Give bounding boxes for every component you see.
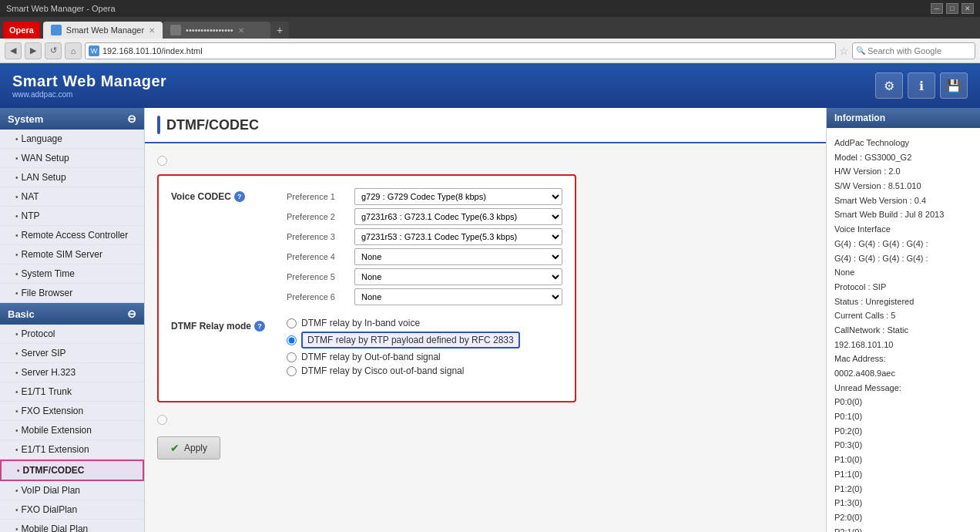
pref-row-6: Preference 6 None g729 : G729 Codec Type… — [287, 288, 562, 305]
dtmf-option-outofband[interactable]: DTMF relay by Out-of-band signal — [287, 352, 520, 362]
bullet: • — [15, 446, 18, 454]
sidebar-item-lan-setup[interactable]: • LAN Setup — [0, 168, 144, 187]
bullet: • — [15, 270, 18, 278]
sidebar-item-voip-dial-plan[interactable]: • VoIP Dial Plan — [0, 481, 144, 500]
back-button[interactable]: ◀ — [5, 42, 22, 59]
dtmf-radio-outofband[interactable] — [287, 352, 297, 362]
address-icon: W — [89, 45, 99, 56]
address-bar-container: W — [85, 42, 836, 59]
tab2-close-button[interactable]: ✕ — [238, 26, 244, 35]
sidebar-item-remote-access[interactable]: • Remote Access Controller — [0, 226, 144, 245]
info-sw-version: S/W Version : 8.51.010 — [834, 179, 972, 194]
tab-smart-web-manager[interactable]: Smart Web Manager ✕ — [43, 22, 163, 39]
sidebar-item-file-browser[interactable]: • File Browser — [0, 284, 144, 303]
settings-icon[interactable]: ⚙ — [875, 72, 903, 99]
sidebar-item-nat[interactable]: • NAT — [0, 187, 144, 207]
sidebar-item-e1t1-extension[interactable]: • E1/T1 Extension — [0, 440, 144, 460]
sidebar-item-label: Language — [22, 133, 62, 144]
pref-select-1[interactable]: g729 : G729 Codec Type(8 kbps) g7231r63 … — [354, 188, 562, 205]
form-content: Voice CODEC ? Preference 1 g729 : G729 C… — [145, 143, 826, 472]
dtmf-option-cisco[interactable]: DTMF relay by Cisco out-of-band signal — [287, 365, 520, 376]
sidebar-item-label: Server H.323 — [22, 367, 76, 378]
dtmf-radio-cisco[interactable] — [287, 366, 297, 376]
info-company: AddPac Technology — [834, 136, 972, 150]
tab-2[interactable]: •••••••••••••••• ✕ — [163, 22, 270, 39]
bookmark-button[interactable]: ☆ — [839, 45, 849, 57]
sidebar-item-fxo-extension[interactable]: • FXO Extension — [0, 402, 144, 421]
search-input[interactable] — [868, 46, 974, 56]
bullet: • — [15, 388, 18, 396]
info-protocol: Protocol : SIP — [834, 280, 972, 295]
info-icon[interactable]: ℹ — [908, 72, 935, 99]
info-content: AddPac Technology Model : GS3000_G2 H/W … — [827, 128, 980, 532]
sidebar-item-e1t1-trunk[interactable]: • E1/T1 Trunk — [0, 382, 144, 402]
window-controls[interactable]: ─ □ ✕ — [931, 3, 974, 14]
reload-button[interactable]: ↺ — [45, 42, 62, 59]
dtmf-option-inband[interactable]: DTMF relay by In-band voice — [287, 318, 520, 328]
sidebar-item-label: Mobile Dial Plan — [22, 524, 89, 532]
sidebar-item-server-h323[interactable]: • Server H.323 — [0, 363, 144, 382]
bullet: • — [15, 135, 18, 143]
sidebar-item-mobile-extension[interactable]: • Mobile Extension — [0, 421, 144, 440]
sidebar-item-fxo-dialplan[interactable]: • FXO DialPlan — [0, 500, 144, 520]
sidebar-item-label: E1/T1 Extension — [22, 444, 89, 455]
pref-row-2: Preference 2 g729 : G729 Codec Type(8 kb… — [287, 208, 562, 225]
sidebar-item-server-sip[interactable]: • Server SIP — [0, 344, 144, 363]
pref-row-3: Preference 3 g729 : G729 Codec Type(8 kb… — [287, 228, 562, 245]
sidebar-item-ntp[interactable]: • NTP — [0, 207, 144, 226]
sidebar: System ⊖ • Language • WAN Setup • LAN Se… — [0, 108, 145, 532]
pref-select-6[interactable]: None g729 : G729 Codec Type(8 kbps) — [354, 288, 562, 305]
info-vi-g4-1: G(4) : G(4) : G(4) : G(4) : — [834, 237, 972, 251]
info-p0-2: P0:2(0) — [834, 424, 972, 439]
sidebar-system-label: System — [8, 113, 43, 125]
sidebar-basic-toggle[interactable]: ⊖ — [127, 308, 136, 320]
home-button[interactable]: ⌂ — [65, 42, 82, 59]
pref-row-1: Preference 1 g729 : G729 Codec Type(8 kb… — [287, 188, 562, 205]
header-icons: ⚙ ℹ 💾 — [875, 72, 968, 99]
info-mac-label: Mac Address: — [834, 352, 972, 366]
minimize-button[interactable]: ─ — [931, 3, 943, 14]
address-input[interactable] — [102, 46, 832, 56]
sidebar-system-header[interactable]: System ⊖ — [0, 108, 144, 130]
tab-close-button[interactable]: ✕ — [149, 26, 155, 35]
nav-bar: ◀ ▶ ↺ ⌂ W ☆ 🔍 — [0, 39, 980, 63]
search-bar-container: 🔍 — [852, 42, 975, 59]
page-title: DTMF/CODEC — [166, 117, 259, 133]
opera-tab[interactable]: Opera — [3, 22, 40, 39]
voice-codec-label-text: Voice CODEC — [171, 191, 231, 202]
dtmf-option-outofband-label: DTMF relay by Out-of-band signal — [301, 352, 441, 362]
dtmf-option-rtp[interactable]: DTMF relay by RTP payload defined by RFC… — [287, 332, 520, 348]
sidebar-item-language[interactable]: • Language — [0, 130, 144, 149]
close-button[interactable]: ✕ — [962, 3, 974, 14]
sidebar-system-toggle[interactable]: ⊖ — [127, 113, 136, 125]
dtmf-radio-rtp[interactable] — [287, 335, 297, 345]
dtmf-option-inband-label: DTMF relay by In-band voice — [301, 318, 420, 328]
bullet: • — [15, 251, 18, 259]
pref-select-3[interactable]: g729 : G729 Codec Type(8 kbps) g7231r63 … — [354, 228, 562, 245]
save-icon[interactable]: 💾 — [940, 72, 968, 99]
info-ip: 192.168.101.10 — [834, 338, 972, 352]
dtmf-radio-inband[interactable] — [287, 318, 297, 328]
sidebar-basic-header[interactable]: Basic ⊖ — [0, 303, 144, 325]
app-title: Smart Web Manager — [12, 72, 166, 90]
forward-button[interactable]: ▶ — [25, 42, 42, 59]
restore-button[interactable]: □ — [946, 3, 958, 14]
sidebar-item-mobile-dial-plan[interactable]: • Mobile Dial Plan — [0, 520, 144, 532]
dtmf-help-icon[interactable]: ? — [254, 321, 265, 332]
info-voice-interface: Voice Interface — [834, 222, 972, 237]
sidebar-item-protocol[interactable]: • Protocol — [0, 325, 144, 344]
new-tab-button[interactable]: + — [270, 22, 289, 39]
pref-select-4[interactable]: None g729 : G729 Codec Type(8 kbps) — [354, 248, 562, 265]
codec-fields: Preference 1 g729 : G729 Codec Type(8 kb… — [287, 188, 562, 305]
apply-button[interactable]: ✔ Apply — [157, 436, 220, 460]
pref-select-5[interactable]: None g729 : G729 Codec Type(8 kbps) — [354, 268, 562, 285]
voice-codec-help-icon[interactable]: ? — [234, 191, 245, 202]
pref-select-2[interactable]: g729 : G729 Codec Type(8 kbps) g7231r63 … — [354, 208, 562, 225]
tab-bar: Opera Smart Web Manager ✕ ••••••••••••••… — [0, 17, 980, 39]
info-current-calls: Current Calls : 5 — [834, 308, 972, 323]
sidebar-item-dtmf-codec[interactable]: • DTMF/CODEC — [0, 460, 144, 481]
sidebar-item-system-time[interactable]: • System Time — [0, 264, 144, 284]
sidebar-item-label: Mobile Extension — [22, 425, 92, 436]
sidebar-item-remote-sim[interactable]: • Remote SIM Server — [0, 245, 144, 264]
sidebar-item-wan-setup[interactable]: • WAN Setup — [0, 149, 144, 168]
